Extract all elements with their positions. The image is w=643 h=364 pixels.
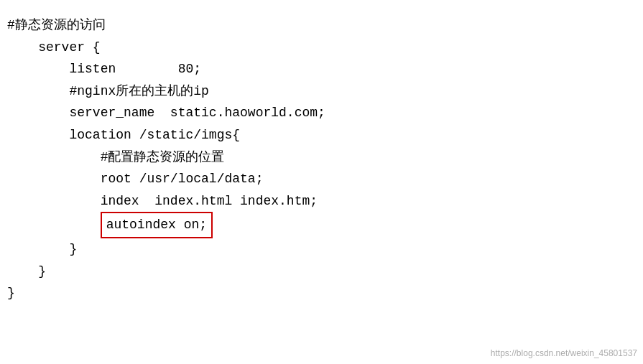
code-line-13: }: [7, 282, 636, 304]
code-line-9: index index.html index.htm;: [7, 190, 636, 213]
comment-icon: #静态资源的访问: [7, 18, 106, 32]
highlighted-code: autoindex on;: [101, 212, 213, 238]
watermark: https://blog.csdn.net/weixin_45801537: [491, 348, 637, 358]
code-line-4: #nginx所在的主机的ip: [7, 80, 636, 103]
code-line-5: server_name static.haoworld.com;: [7, 102, 636, 124]
code-line-11: }: [7, 238, 636, 261]
code-line-10: autoindex on;: [7, 212, 636, 238]
code-line-3: listen 80;: [7, 58, 636, 80]
code-line-7: #配置静态资源的位置: [7, 146, 636, 169]
code-line-6: location /static/imgs{: [7, 124, 636, 146]
code-block: #静态资源的访问 server { listen 80; #nginx所在的主机…: [7, 14, 636, 304]
code-line-8: root /usr/local/data;: [7, 168, 636, 190]
code-line-1: #静态资源的访问: [7, 14, 636, 37]
code-line-2: server {: [7, 37, 636, 59]
code-line-12: }: [7, 261, 636, 283]
code-container: #静态资源的访问 server { listen 80; #nginx所在的主机…: [0, 0, 643, 364]
